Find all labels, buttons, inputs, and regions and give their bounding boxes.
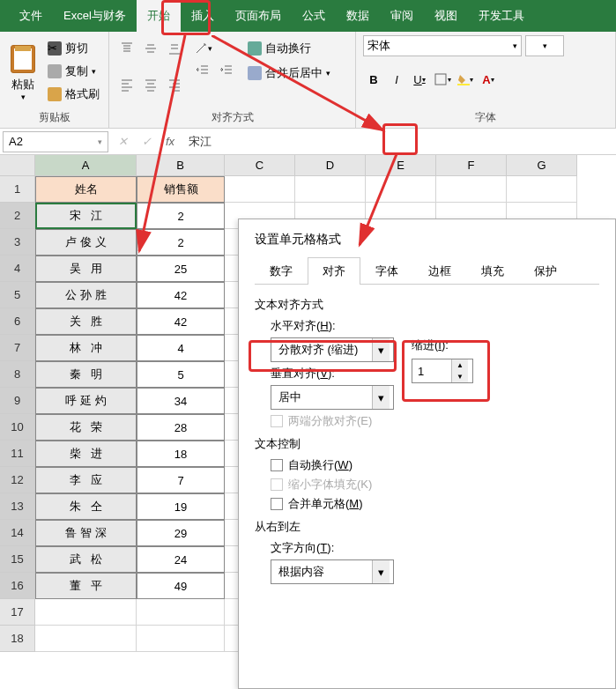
cut-button[interactable]: ✂剪切 [46, 39, 101, 58]
table-cell-sales[interactable]: 49 [137, 573, 225, 599]
align-bottom-button[interactable] [164, 39, 185, 58]
table-cell-sales[interactable]: 34 [137, 388, 225, 414]
tab-page-layout[interactable]: 页面布局 [225, 0, 292, 32]
indent-spinner[interactable]: ▲▼ [412, 359, 473, 383]
format-painter-button[interactable]: 格式刷 [46, 85, 101, 104]
font-size-select[interactable]: ▾ [525, 35, 564, 56]
decrease-indent-button[interactable] [192, 61, 213, 80]
row-header[interactable]: 14 [0, 520, 35, 546]
col-header[interactable]: F [436, 155, 507, 176]
font-color-button[interactable]: A▾ [478, 69, 499, 90]
dlg-tab-alignment[interactable]: 对齐 [308, 257, 360, 285]
dlg-tab-number[interactable]: 数字 [255, 257, 308, 285]
row-header[interactable]: 10 [0, 414, 35, 441]
table-cell-sales[interactable]: 29 [137, 520, 225, 546]
dlg-tab-border[interactable]: 边框 [413, 257, 466, 285]
table-cell-name[interactable]: 宋 江 [35, 203, 137, 229]
formula-input[interactable]: 宋江 [182, 134, 616, 150]
row-header[interactable]: 18 [0, 626, 35, 652]
enter-formula-button[interactable]: ✓ [135, 135, 159, 148]
merge-center-button[interactable]: 合并后居中▾ [244, 63, 334, 83]
table-cell-name[interactable]: 柴 进 [35, 441, 137, 467]
table-header-name[interactable]: 姓名 [35, 176, 137, 203]
table-cell-name[interactable]: 董 平 [35, 573, 137, 599]
font-name-select[interactable]: 宋体▾ [363, 35, 522, 56]
spin-down[interactable]: ▼ [452, 371, 468, 382]
table-cell-name[interactable]: 武 松 [35, 546, 137, 573]
h-align-select[interactable]: 分散对齐 (缩进) ▾ [271, 337, 394, 362]
increase-indent-button[interactable] [216, 61, 237, 80]
table-cell-name[interactable]: 花 荣 [35, 414, 137, 441]
tab-formulas[interactable]: 公式 [292, 0, 336, 32]
table-cell-name[interactable]: 呼 延 灼 [35, 388, 137, 414]
table-cell-sales[interactable]: 42 [137, 308, 225, 335]
bold-button[interactable]: B [363, 69, 384, 90]
copy-button[interactable]: 复制▾ [46, 62, 101, 81]
table-cell-sales[interactable]: 4 [137, 335, 225, 361]
tab-review[interactable]: 审阅 [380, 0, 424, 32]
table-cell-name[interactable]: 秦 明 [35, 361, 137, 388]
fx-button[interactable]: fx [159, 135, 182, 148]
row-header[interactable]: 12 [0, 467, 35, 493]
table-cell-sales[interactable]: 2 [137, 203, 225, 229]
align-right-button[interactable] [164, 75, 185, 94]
row-header[interactable]: 6 [0, 308, 35, 335]
tab-excel-finance[interactable]: Excel与财务 [53, 0, 137, 32]
wrap-text-button[interactable]: 自动换行 [244, 39, 334, 58]
table-cell-name[interactable]: 卢 俊 义 [35, 229, 137, 256]
wrap-text-checkbox[interactable]: 自动换行(W) [271, 457, 599, 473]
row-header[interactable]: 13 [0, 493, 35, 520]
row-header[interactable]: 8 [0, 361, 35, 388]
row-header[interactable]: 3 [0, 229, 35, 256]
text-dir-select[interactable]: 根据内容 ▾ [271, 559, 394, 584]
table-cell-sales[interactable]: 18 [137, 441, 225, 467]
select-all-corner[interactable] [0, 155, 35, 176]
align-middle-button[interactable] [140, 39, 161, 58]
tab-data[interactable]: 数据 [336, 0, 380, 32]
dlg-tab-font[interactable]: 字体 [360, 257, 413, 285]
table-cell-sales[interactable]: 42 [137, 282, 225, 308]
name-box[interactable]: A2▾ [3, 131, 108, 152]
cancel-formula-button[interactable]: ✕ [111, 135, 135, 148]
fill-color-button[interactable]: ▾ [455, 69, 476, 90]
orientation-button[interactable]: ▾ [192, 39, 213, 58]
paste-button[interactable]: 粘贴 ▾ [7, 35, 39, 107]
row-header[interactable]: 2 [0, 203, 35, 229]
paste-dropdown-icon[interactable]: ▾ [21, 93, 26, 101]
table-cell-sales[interactable]: 25 [137, 256, 225, 282]
table-cell-name[interactable]: 朱 仝 [35, 493, 137, 520]
row-header[interactable]: 17 [0, 599, 35, 626]
table-cell-sales[interactable]: 7 [137, 467, 225, 493]
table-cell-sales[interactable]: 28 [137, 414, 225, 441]
table-cell-name[interactable]: 公 孙 胜 [35, 282, 137, 308]
underline-button[interactable]: U▾ [409, 69, 430, 90]
align-top-button[interactable] [116, 39, 137, 58]
spin-up[interactable]: ▲ [452, 359, 468, 371]
table-cell-name[interactable]: 鲁 智 深 [35, 520, 137, 546]
table-cell-name[interactable]: 林 冲 [35, 335, 137, 361]
align-left-button[interactable] [116, 75, 137, 94]
tab-insert[interactable]: 插入 [181, 0, 225, 32]
tab-developer[interactable]: 开发工具 [468, 0, 535, 32]
italic-button[interactable]: I [386, 69, 407, 90]
col-header[interactable]: C [225, 155, 295, 176]
table-cell-name[interactable]: 李 应 [35, 467, 137, 493]
dlg-tab-protection[interactable]: 保护 [519, 257, 572, 285]
row-header[interactable]: 15 [0, 546, 35, 573]
row-header[interactable]: 5 [0, 282, 35, 308]
tab-home[interactable]: 开始 [137, 0, 181, 32]
table-cell-name[interactable]: 关 胜 [35, 308, 137, 335]
row-header[interactable]: 9 [0, 388, 35, 414]
table-header-sales[interactable]: 销售额 [137, 176, 225, 203]
merge-cells-checkbox[interactable]: 合并单元格(M) [271, 496, 599, 512]
row-header[interactable]: 16 [0, 573, 35, 599]
col-header[interactable]: D [295, 155, 366, 176]
border-button[interactable]: ▾ [432, 69, 453, 90]
col-header[interactable]: E [366, 155, 436, 176]
table-cell-sales[interactable]: 5 [137, 361, 225, 388]
indent-input[interactable] [412, 365, 451, 378]
col-header[interactable]: B [137, 155, 225, 176]
table-cell-sales[interactable]: 24 [137, 546, 225, 573]
align-center-button[interactable] [140, 75, 161, 94]
tab-view[interactable]: 视图 [424, 0, 468, 32]
